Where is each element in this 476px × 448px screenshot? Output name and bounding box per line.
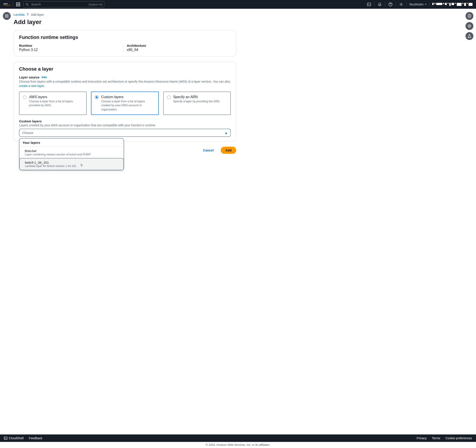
aws-logo[interactable]: aws [4, 2, 10, 7]
dropdown-header: Your layers [19, 138, 124, 147]
footer-dark: CloudShell Feedback Privacy Terms Cookie… [0, 434, 476, 442]
choose-layer-heading: Choose a layer [19, 66, 231, 72]
layer-dropdown: Your layers BotoJwt Layer containing new… [19, 138, 124, 171]
cancel-button[interactable]: Cancel [199, 147, 218, 154]
choose-layer-panel: Choose a layer Layer source Info Choose … [14, 62, 236, 141]
radio-icon [95, 95, 98, 99]
radio-title: AWS layers [29, 95, 83, 99]
cloudshell-icon[interactable] [366, 2, 372, 7]
radio-title: Custom layers [101, 95, 155, 99]
option-desc: Lambda layer for Boto3 version 1.34.151 [25, 164, 118, 168]
create-new-layer-link[interactable]: create a new layer [19, 84, 44, 88]
radio-title: Specify an ARN [173, 95, 220, 99]
svg-rect-3 [19, 2, 20, 4]
search-icon [26, 3, 29, 6]
runtime-label: Runtime [19, 44, 123, 47]
cookie-preferences-link[interactable]: Cookie preferences [446, 437, 472, 440]
option-title: BotoJwt [25, 149, 118, 153]
option-desc: Layer containing newest version of boto3… [25, 153, 118, 156]
svg-rect-12 [367, 3, 371, 6]
layer-source-label: Layer source [19, 75, 39, 79]
chevron-down-icon [425, 3, 427, 6]
top-nav: aws [Option+S] Stockholm [0, 0, 476, 9]
svg-rect-9 [19, 6, 20, 6]
svg-point-14 [401, 4, 402, 5]
svg-rect-22 [4, 437, 7, 439]
help-icon[interactable] [388, 2, 393, 7]
account-info-redacted[interactable] [432, 3, 472, 6]
chevron-right-icon [27, 13, 29, 17]
hamburger-menu-button[interactable] [3, 12, 11, 20]
svg-rect-8 [18, 6, 19, 6]
dropdown-option-boto3[interactable]: boto3-1_34_151 Lambda layer for Boto3 ve… [19, 158, 124, 170]
cloudshell-link[interactable]: CloudShell [4, 437, 24, 440]
radio-icon [167, 95, 171, 99]
side-tools [465, 12, 473, 40]
radio-specify-arn[interactable]: Specify an ARN Specify a layer by provid… [163, 92, 231, 115]
runtime-panel-heading: Function runtime settings [19, 34, 231, 40]
option-title: boto3-1_34_151 [25, 161, 118, 164]
svg-rect-1 [16, 2, 17, 4]
svg-rect-6 [19, 4, 20, 5]
radio-icon [23, 95, 27, 99]
page-title: Add layer [14, 19, 236, 26]
services-grid-icon[interactable] [16, 2, 21, 7]
layer-source-description: Choose from layers with a compatible run… [19, 80, 231, 88]
global-search: [Option+S] [23, 1, 104, 7]
dropdown-option-botojwt[interactable]: BotoJwt Layer containing newest version … [19, 147, 124, 158]
svg-point-21 [469, 26, 470, 27]
tool-button-2[interactable] [465, 22, 473, 30]
terms-link[interactable]: Terms [432, 437, 440, 440]
svg-text:aws: aws [4, 2, 8, 5]
layer-select[interactable]: Choose ▲ [19, 129, 231, 137]
runtime-settings-panel: Function runtime settings Runtime Python… [14, 30, 236, 56]
add-button[interactable]: Add [221, 147, 236, 154]
experiments-button[interactable] [465, 32, 473, 40]
custom-layers-description: Layers created by your AWS account or or… [19, 123, 231, 127]
svg-rect-7 [16, 6, 17, 6]
svg-rect-4 [16, 4, 17, 5]
settings-icon[interactable] [399, 2, 404, 7]
svg-rect-5 [18, 4, 19, 5]
breadcrumb-lambda[interactable]: Lambda [14, 13, 25, 17]
region-selector[interactable]: Stockholm [409, 3, 427, 6]
breadcrumb: Lambda Add layer [14, 13, 236, 17]
radio-desc: Choose a layer from a list of layers pro… [29, 100, 83, 107]
privacy-link[interactable]: Privacy [417, 437, 427, 440]
architecture-value: x86_64 [127, 48, 231, 52]
search-shortcut: [Option+S] [89, 3, 102, 6]
radio-custom-layers[interactable]: Custom layers Choose a layer from a list… [91, 92, 159, 115]
info-panel-toggle[interactable] [465, 12, 473, 20]
triangle-up-icon: ▲ [224, 131, 228, 135]
copyright: © 2024, Amazon Web Services, Inc. or its… [0, 442, 476, 448]
radio-desc: Specify a layer by providing the ARN. [173, 100, 220, 103]
custom-layers-label: Custom layers [19, 119, 231, 123]
select-placeholder: Choose [22, 131, 34, 135]
cloudshell-icon [4, 437, 7, 440]
radio-desc: Choose a layer from a list of layers cre… [101, 100, 155, 111]
svg-rect-2 [18, 2, 19, 4]
svg-line-11 [28, 5, 29, 6]
info-link[interactable]: Info [42, 76, 47, 79]
svg-point-20 [470, 15, 470, 15]
runtime-value: Python 3.12 [19, 48, 123, 52]
architecture-label: Architecture [127, 44, 231, 47]
breadcrumb-current: Add layer [31, 13, 44, 17]
radio-aws-layers[interactable]: AWS layers Choose a layer from a list of… [19, 92, 87, 115]
svg-point-10 [26, 3, 28, 5]
notifications-icon[interactable] [377, 2, 382, 7]
feedback-link[interactable]: Feedback [29, 437, 42, 440]
